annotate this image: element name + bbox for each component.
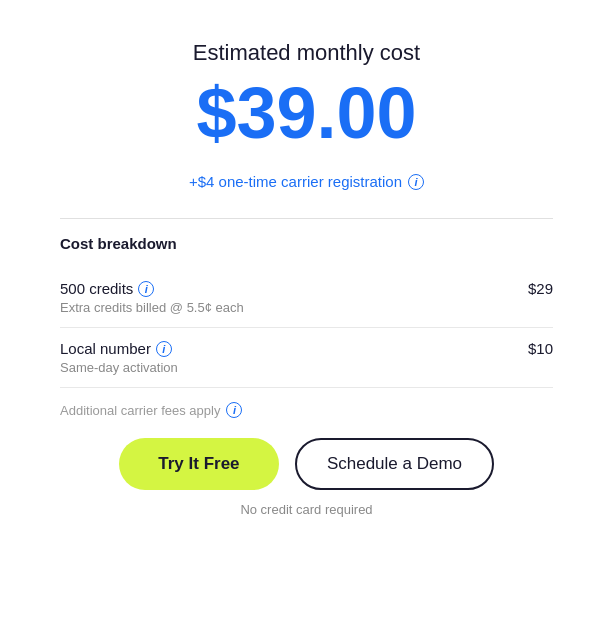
estimated-label: Estimated monthly cost [193,40,420,66]
credits-subtitle: Extra credits billed @ 5.5¢ each [60,300,244,315]
number-info-icon[interactable]: i [156,341,172,357]
additional-fees: Additional carrier fees apply i [60,388,553,438]
additional-fees-info-icon[interactable]: i [226,402,242,418]
carrier-registration-link[interactable]: +$4 one-time carrier registration i [189,173,424,190]
number-price: $10 [528,340,553,357]
cost-breakdown-title: Cost breakdown [60,235,553,252]
credits-price: $29 [528,280,553,297]
line-item-number-left: Local number i Same-day activation [60,340,178,375]
try-free-button[interactable]: Try It Free [119,438,279,490]
line-item-number: Local number i Same-day activation $10 [60,328,553,388]
price-display: $39.00 [196,74,416,153]
top-divider [60,218,553,219]
carrier-registration-text: +$4 one-time carrier registration [189,173,402,190]
pricing-card: Estimated monthly cost $39.00 +$4 one-ti… [0,0,613,625]
line-item-credits: 500 credits i Extra credits billed @ 5.5… [60,268,553,328]
credits-info-icon[interactable]: i [138,281,154,297]
carrier-info-icon[interactable]: i [408,174,424,190]
no-credit-text: No credit card required [240,502,372,517]
line-item-credits-left: 500 credits i Extra credits billed @ 5.5… [60,280,244,315]
cost-breakdown-section: Cost breakdown 500 credits i Extra credi… [60,235,553,438]
line-item-credits-title: 500 credits i [60,280,244,297]
line-item-number-title: Local number i [60,340,178,357]
schedule-demo-button[interactable]: Schedule a Demo [295,438,494,490]
buttons-row: Try It Free Schedule a Demo [60,438,553,490]
number-subtitle: Same-day activation [60,360,178,375]
